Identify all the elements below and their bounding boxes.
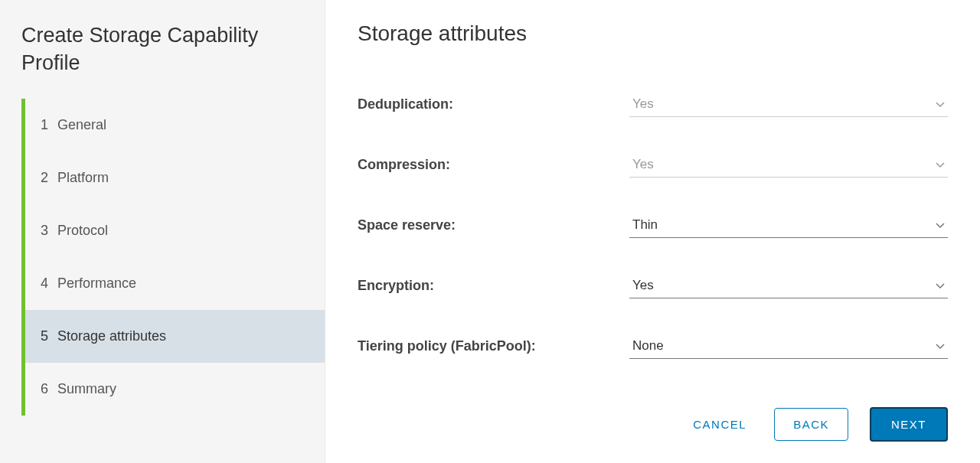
- step-label: General: [57, 117, 106, 133]
- next-button[interactable]: NEXT: [870, 407, 948, 442]
- select-value: Thin: [632, 217, 658, 233]
- page-title: Storage attributes: [358, 21, 948, 46]
- form-grid: Deduplication: Yes Compression: Yes: [358, 92, 948, 398]
- select-compression: Yes: [629, 152, 948, 178]
- step-number: 1: [41, 117, 48, 133]
- select-value: Yes: [632, 157, 654, 172]
- chevron-down-icon: [936, 280, 945, 292]
- step-platform[interactable]: 2 Platform: [25, 152, 325, 204]
- chevron-down-icon: [936, 99, 945, 110]
- label-deduplication: Deduplication:: [358, 96, 629, 112]
- step-performance[interactable]: 4 Performance: [25, 257, 325, 310]
- step-storage-attributes[interactable]: 5 Storage attributes: [25, 310, 325, 363]
- step-number: 4: [41, 276, 48, 292]
- label-encryption: Encryption:: [358, 278, 629, 294]
- step-number: 3: [41, 223, 48, 239]
- label-tiering-policy: Tiering policy (FabricPool):: [358, 338, 629, 354]
- row-encryption: Encryption: Yes: [358, 273, 948, 298]
- select-value: None: [632, 338, 664, 354]
- wizard-title: Create Storage Capability Profile: [21, 21, 325, 77]
- chevron-down-icon: [936, 341, 945, 352]
- step-general[interactable]: 1 General: [25, 99, 325, 152]
- label-compression: Compression:: [358, 157, 629, 173]
- row-space-reserve: Space reserve: Thin: [358, 213, 948, 238]
- wizard-steps: 1 General 2 Platform 3 Protocol 4 Perfor…: [21, 99, 325, 416]
- select-value: Yes: [632, 96, 654, 112]
- step-protocol[interactable]: 3 Protocol: [25, 204, 325, 257]
- step-number: 2: [41, 170, 48, 186]
- chevron-down-icon: [936, 220, 945, 231]
- select-value: Yes: [632, 278, 654, 293]
- step-summary[interactable]: 6 Summary: [25, 363, 325, 416]
- step-number: 5: [41, 328, 48, 344]
- select-space-reserve[interactable]: Thin: [629, 213, 948, 238]
- back-button[interactable]: BACK: [774, 408, 848, 441]
- wizard-container: Create Storage Capability Profile 1 Gene…: [0, 0, 980, 463]
- wizard-footer: CANCEL BACK NEXT: [358, 398, 948, 442]
- wizard-sidebar: Create Storage Capability Profile 1 Gene…: [0, 0, 325, 463]
- step-number: 6: [41, 381, 48, 397]
- cancel-button[interactable]: CANCEL: [687, 409, 753, 440]
- step-label: Summary: [57, 381, 116, 397]
- label-space-reserve: Space reserve:: [358, 217, 629, 233]
- select-deduplication: Yes: [629, 92, 948, 117]
- select-tiering-policy[interactable]: None: [629, 334, 948, 359]
- row-compression: Compression: Yes: [358, 152, 948, 178]
- step-label: Storage attributes: [57, 328, 166, 344]
- chevron-down-icon: [936, 159, 945, 171]
- step-label: Platform: [57, 170, 109, 186]
- wizard-main: Storage attributes Deduplication: Yes Co…: [325, 0, 980, 463]
- step-label: Performance: [57, 276, 136, 292]
- row-deduplication: Deduplication: Yes: [358, 92, 948, 117]
- step-label: Protocol: [57, 223, 108, 239]
- select-encryption[interactable]: Yes: [629, 273, 948, 298]
- row-tiering-policy: Tiering policy (FabricPool): None: [358, 334, 948, 359]
